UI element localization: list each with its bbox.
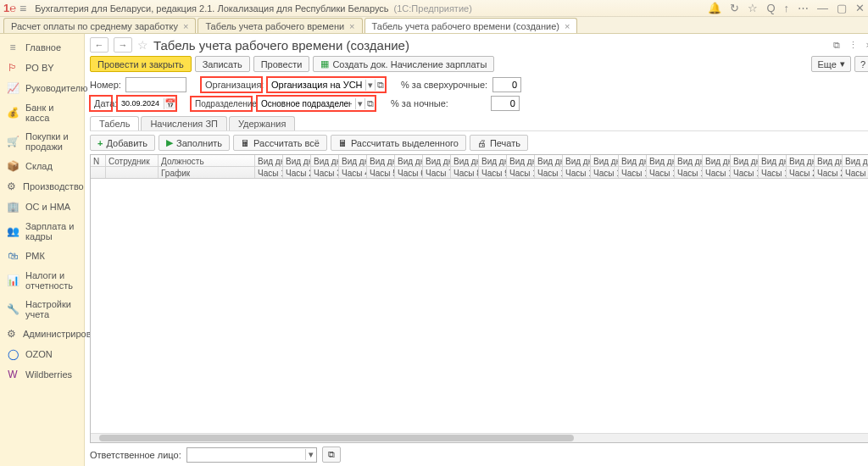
- tab-timesheet[interactable]: Табель учета рабочего времени×: [198, 18, 362, 33]
- grid-column-header[interactable]: ДолжностьГрафик: [159, 155, 255, 178]
- window-title: Бухгалтерия для Беларуси, редакция 2.1. …: [35, 3, 708, 14]
- nav-icon: 📈: [7, 82, 19, 94]
- dropdown-icon[interactable]: ▾: [365, 80, 376, 91]
- grid-column-header[interactable]: Вид дня 16Часы 16: [675, 155, 703, 178]
- write-button[interactable]: Записать: [195, 56, 250, 72]
- main-menu-icon[interactable]: ≡: [19, 2, 26, 15]
- grid-column-header[interactable]: Вид дня 19Часы 19: [759, 155, 787, 178]
- sidebar-item-10[interactable]: 📊Налоги и отчетность: [0, 266, 84, 295]
- subtab-accruals[interactable]: Начисления ЗП: [141, 116, 227, 130]
- history-icon[interactable]: ↻: [730, 2, 739, 14]
- panel-icon[interactable]: ↑: [784, 2, 790, 14]
- responsible-open-button[interactable]: ⧉: [322, 447, 341, 463]
- settings-icon[interactable]: ⋯: [798, 2, 809, 14]
- nav-icon: 👥: [7, 225, 19, 237]
- sidebar-item-1[interactable]: 🏳PO BY: [0, 58, 84, 78]
- recalc-selected-button[interactable]: 🖩Рассчитать выделенного: [331, 135, 466, 151]
- sidebar-item-5[interactable]: 📦Склад: [0, 156, 84, 176]
- horizontal-scrollbar[interactable]: [91, 433, 868, 442]
- nav-back-button[interactable]: ←: [90, 37, 108, 53]
- subtab-timesheet[interactable]: Табель: [90, 116, 139, 130]
- sidebar-item-3[interactable]: 💰Банк и касса: [0, 98, 84, 127]
- search-icon[interactable]: Q: [766, 2, 775, 14]
- grid-column-header[interactable]: Вид дня 5Часы 5: [367, 155, 395, 178]
- grid-column-header[interactable]: Вид дня 21Часы 21: [815, 155, 843, 178]
- responsible-label: Ответственное лицо:: [90, 450, 181, 460]
- open-icon[interactable]: ⧉: [364, 98, 375, 109]
- sidebar-item-label: Руководителю: [25, 83, 87, 93]
- sidebar-item-14[interactable]: WWildberries: [0, 364, 84, 385]
- add-row-button[interactable]: +Добавить: [90, 135, 155, 151]
- calendar-icon[interactable]: 📅: [164, 98, 175, 109]
- grid-column-header[interactable]: Вид дня 18Часы 18: [731, 155, 759, 178]
- sidebar-item-6[interactable]: ⚙Производство: [0, 176, 84, 197]
- link-icon[interactable]: ⧉: [833, 40, 840, 51]
- sidebar-item-7[interactable]: 🏢ОС и НМА: [0, 197, 84, 217]
- fill-button[interactable]: ▶Заполнить: [159, 135, 230, 151]
- help-button[interactable]: ?: [854, 56, 868, 72]
- overtime-field[interactable]: [492, 77, 521, 92]
- sidebar-item-8[interactable]: 👥Зарплата и кадры: [0, 217, 84, 246]
- close-icon[interactable]: ×: [183, 21, 188, 31]
- subtab-deductions[interactable]: Удержания: [229, 116, 295, 130]
- org-label: Организация:: [201, 77, 262, 92]
- print-button[interactable]: 🖨Печать: [470, 135, 528, 151]
- open-icon[interactable]: ⧉: [375, 80, 385, 91]
- grid-column-header[interactable]: Вид дня 6Часы 6: [395, 155, 423, 178]
- favorite-toggle-icon[interactable]: ☆: [137, 38, 148, 52]
- subdiv-field[interactable]: ▾⧉: [257, 96, 376, 111]
- grid-column-header[interactable]: N: [91, 155, 106, 178]
- grid-column-header[interactable]: Вид дня 8Часы 8: [451, 155, 479, 178]
- more-actions-button[interactable]: Еще ▾: [811, 56, 850, 72]
- grid-column-header[interactable]: Вид дня 22Часы 22: [843, 155, 868, 178]
- more-icon[interactable]: ⋮: [849, 40, 858, 51]
- sidebar-item-2[interactable]: 📈Руководителю: [0, 78, 84, 98]
- grid-column-header[interactable]: Вид дня 7Часы 7: [423, 155, 451, 178]
- close-icon[interactable]: ✕: [855, 2, 865, 14]
- post-button[interactable]: Провести: [253, 56, 310, 72]
- nav-forward-button[interactable]: →: [114, 37, 132, 53]
- sidebar-item-4[interactable]: 🛒Покупки и продажи: [0, 127, 84, 156]
- nav-icon: ⚙: [7, 328, 16, 340]
- grid-column-header[interactable]: Вид дня 4Часы 4: [339, 155, 367, 178]
- dropdown-icon[interactable]: ▾: [305, 449, 316, 460]
- grid-column-header[interactable]: Вид дня 20Часы 20: [787, 155, 815, 178]
- sidebar-item-13[interactable]: ◯OZON: [0, 344, 84, 364]
- grid-column-header[interactable]: Вид дня 1Часы 1: [255, 155, 283, 178]
- grid-column-header[interactable]: Вид дня 11Часы 11: [535, 155, 563, 178]
- number-field[interactable]: [125, 77, 186, 92]
- grid-column-header[interactable]: Вид дня 12Часы 12: [563, 155, 591, 178]
- grid-column-header[interactable]: Вид дня 3Часы 3: [311, 155, 339, 178]
- nav-icon: 🏳: [7, 62, 19, 74]
- sidebar-item-11[interactable]: 🔧Настройки учета: [0, 295, 84, 324]
- night-field[interactable]: [491, 96, 520, 111]
- close-icon[interactable]: ×: [565, 21, 570, 31]
- page-title: Табель учета рабочего времени (создание): [153, 38, 409, 53]
- grid-column-header[interactable]: Вид дня 2Часы 2: [283, 155, 311, 178]
- minimize-icon[interactable]: —: [817, 2, 828, 14]
- grid-column-header[interactable]: Вид дня 10Часы 10: [507, 155, 535, 178]
- org-field[interactable]: ▾⧉: [267, 77, 386, 92]
- grid-column-header[interactable]: Вид дня 17Часы 17: [703, 155, 731, 178]
- close-icon[interactable]: ×: [349, 21, 354, 31]
- grid-column-header[interactable]: Вид дня 15Часы 15: [647, 155, 675, 178]
- grid-column-header[interactable]: Вид дня 9Часы 9: [479, 155, 507, 178]
- create-payroll-button[interactable]: ▦Создать док. Начисление зарплаты: [313, 56, 494, 72]
- grid-column-header[interactable]: Вид дня 14Часы 14: [619, 155, 647, 178]
- date-field[interactable]: 📅: [117, 96, 176, 111]
- maximize-icon[interactable]: ▢: [837, 2, 847, 14]
- tab-timesheet-create[interactable]: Табель учета рабочего времени (создание)…: [364, 18, 578, 33]
- grid-column-header[interactable]: Сотрудник: [106, 155, 159, 178]
- grid-column-header[interactable]: Вид дня 13Часы 13: [591, 155, 619, 178]
- post-and-close-button[interactable]: Провести и закрыть: [90, 56, 192, 72]
- favorites-icon[interactable]: ☆: [748, 2, 758, 14]
- recalc-all-button[interactable]: 🖩Рассчитать всё: [233, 135, 327, 151]
- notifications-icon[interactable]: 🔔: [708, 2, 721, 14]
- tab-calc-average[interactable]: Расчет оплаты по среднему заработку×: [3, 18, 196, 33]
- responsible-field[interactable]: ▾: [186, 447, 317, 463]
- timesheet-grid[interactable]: NСотрудникДолжностьГрафикВид дня 1Часы 1…: [90, 154, 868, 443]
- dropdown-icon[interactable]: ▾: [355, 98, 365, 109]
- sidebar-item-12[interactable]: ⚙Администрирование: [0, 324, 84, 344]
- sidebar-item-0[interactable]: ≡Главное: [0, 37, 84, 58]
- sidebar-item-9[interactable]: 🛍РМК: [0, 246, 84, 266]
